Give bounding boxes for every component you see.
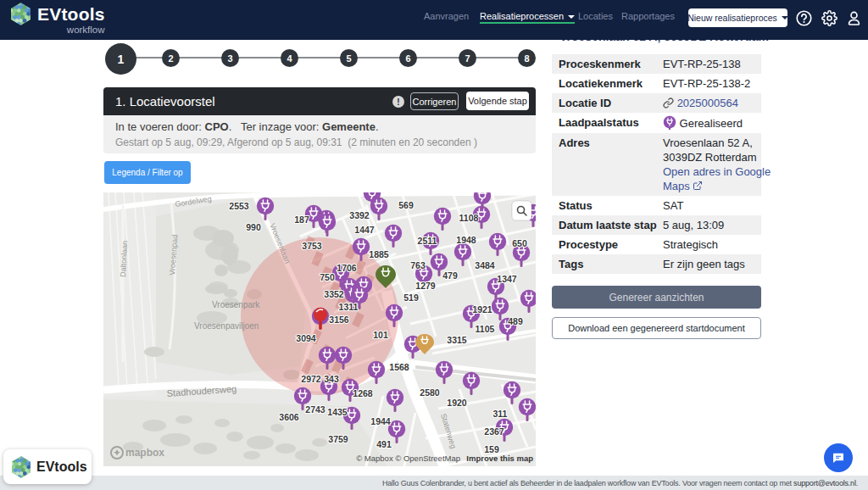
svg-text:1279: 1279 xyxy=(415,281,436,291)
svg-text:3753: 3753 xyxy=(302,241,322,251)
svg-text:2972: 2972 xyxy=(301,374,321,384)
svg-text:1921: 1921 xyxy=(472,304,492,315)
svg-text:489: 489 xyxy=(508,316,523,326)
svg-text:1706: 1706 xyxy=(337,263,357,273)
svg-text:Improve this map: Improve this map xyxy=(466,454,533,463)
svg-text:3392: 3392 xyxy=(349,210,370,220)
svg-text:1948: 1948 xyxy=(456,235,476,245)
svg-text:1311: 1311 xyxy=(339,302,359,312)
svg-text:1920: 1920 xyxy=(447,398,467,408)
svg-text:990: 990 xyxy=(246,222,261,232)
svg-text:569: 569 xyxy=(398,200,414,210)
svg-text:1108: 1108 xyxy=(459,213,479,223)
svg-text:343: 343 xyxy=(324,374,339,384)
svg-text:187: 187 xyxy=(294,214,309,225)
svg-text:2511: 2511 xyxy=(418,236,437,246)
svg-text:311: 311 xyxy=(493,409,508,419)
svg-text:763: 763 xyxy=(410,260,426,270)
svg-text:3156: 3156 xyxy=(329,315,349,325)
svg-text:1268: 1268 xyxy=(353,388,373,398)
svg-text:2553: 2553 xyxy=(229,201,249,211)
svg-text:1885: 1885 xyxy=(369,249,389,259)
svg-text:1447: 1447 xyxy=(354,225,375,235)
svg-text:© Mapbox © OpenStreetMap: © Mapbox © OpenStreetMap xyxy=(356,454,460,463)
svg-text:650: 650 xyxy=(512,238,527,248)
svg-text:101: 101 xyxy=(373,330,388,340)
svg-text:3352: 3352 xyxy=(324,289,344,299)
svg-text:3759: 3759 xyxy=(328,434,348,444)
svg-text:750: 750 xyxy=(320,272,335,282)
svg-text:Vroesenpaviljoen: Vroesenpaviljoen xyxy=(194,321,259,331)
svg-text:3484: 3484 xyxy=(475,260,495,270)
svg-text:1944: 1944 xyxy=(370,416,391,426)
svg-text:3315: 3315 xyxy=(447,335,467,345)
svg-text:Vroesenpark: Vroesenpark xyxy=(212,300,260,309)
svg-text:491: 491 xyxy=(376,439,392,449)
svg-text:mapbox: mapbox xyxy=(125,447,164,459)
svg-text:2580: 2580 xyxy=(420,387,440,398)
svg-text:479: 479 xyxy=(442,270,458,281)
svg-text:2743: 2743 xyxy=(305,404,326,415)
svg-text:1435: 1435 xyxy=(327,407,348,417)
svg-text:519: 519 xyxy=(403,292,419,303)
svg-text:1568: 1568 xyxy=(389,362,409,372)
svg-text:2367: 2367 xyxy=(484,426,504,437)
svg-text:3606: 3606 xyxy=(279,412,299,422)
svg-text:1105: 1105 xyxy=(476,324,495,334)
svg-text:1347: 1347 xyxy=(497,274,517,284)
svg-text:3094: 3094 xyxy=(296,333,316,343)
